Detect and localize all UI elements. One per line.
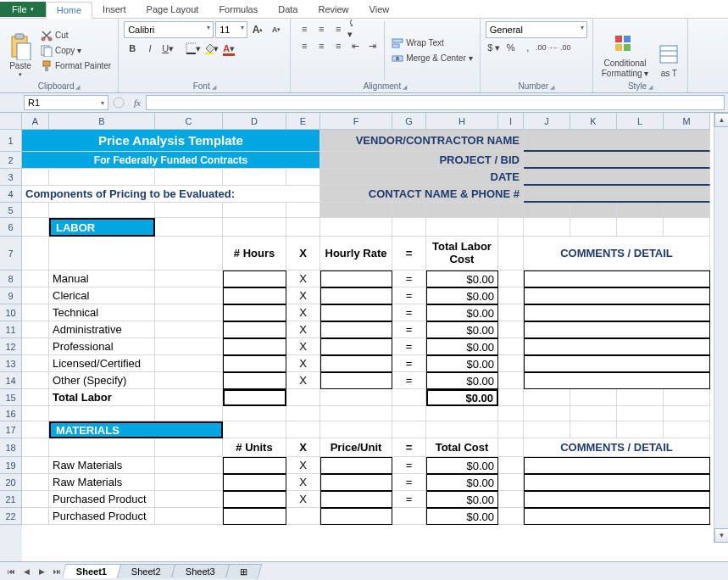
row-header-22[interactable]: 22: [0, 508, 22, 525]
cell-A4[interactable]: Components of Pricing to be Evaluated:: [22, 186, 320, 203]
cell-D11[interactable]: [223, 321, 286, 338]
tab-page-layout[interactable]: Page Layout: [136, 2, 209, 17]
cell-B7[interactable]: [49, 237, 155, 270]
paste-button[interactable]: Paste▾: [5, 21, 36, 80]
cell-A8[interactable]: [22, 270, 49, 287]
cell-C19[interactable]: [155, 457, 223, 474]
cell-D7[interactable]: # Hours: [223, 237, 286, 270]
cell-A9[interactable]: [22, 287, 49, 304]
cell-B11[interactable]: Administrative: [49, 321, 155, 338]
cell-H16[interactable]: [426, 406, 498, 421]
align-left-button[interactable]: ≡: [296, 38, 313, 53]
cell-B12[interactable]: Professional: [49, 338, 155, 355]
tab-formulas[interactable]: Formulas: [208, 2, 268, 17]
font-size-select[interactable]: [215, 21, 247, 38]
fill-color-button[interactable]: ▾: [203, 41, 220, 56]
cell-F10[interactable]: [320, 304, 392, 321]
cell-J7[interactable]: COMMENTS / DETAIL: [524, 237, 710, 270]
cell-I7[interactable]: [498, 237, 524, 270]
cell-J15[interactable]: [524, 389, 570, 406]
align-right-button[interactable]: ≡: [330, 38, 347, 53]
cut-button[interactable]: Cut: [39, 29, 113, 42]
sheet-tab-3[interactable]: Sheet3: [171, 564, 230, 578]
number-format-select[interactable]: [486, 21, 587, 38]
cell-B16[interactable]: [49, 406, 155, 421]
conditional-formatting-button[interactable]: ConditionalFormatting ▾: [598, 21, 653, 80]
cell-A2[interactable]: For Federally Funded Contracts: [22, 152, 320, 169]
cell-D19[interactable]: [223, 457, 286, 474]
cell-C15[interactable]: [155, 389, 223, 406]
cell-E6[interactable]: [286, 218, 320, 237]
cell-K6[interactable]: [570, 218, 617, 237]
cell-C21[interactable]: [155, 491, 223, 508]
cell-H7[interactable]: Total Labor Cost: [426, 237, 498, 270]
cell-B14[interactable]: Other (Specify): [49, 372, 155, 389]
col-header-F[interactable]: F: [320, 113, 392, 130]
cell-H15[interactable]: $0.00: [426, 389, 498, 406]
fx-icon[interactable]: fx: [134, 98, 141, 108]
merge-center-button[interactable]: aMerge & Center ▾: [390, 52, 475, 65]
cell-M16[interactable]: [664, 406, 710, 421]
cell-C14[interactable]: [155, 372, 223, 389]
cell-G7[interactable]: =: [392, 237, 426, 270]
row-header-6[interactable]: 6: [0, 218, 22, 237]
cell-A18[interactable]: [22, 438, 49, 457]
cell-A14[interactable]: [22, 372, 49, 389]
cell-G21[interactable]: =: [392, 491, 426, 508]
cell-C5[interactable]: [155, 203, 223, 218]
cell-C18[interactable]: [155, 438, 223, 457]
cell-J19[interactable]: [524, 457, 710, 474]
cell-J3[interactable]: [524, 169, 710, 186]
cell-F19[interactable]: [320, 457, 392, 474]
formula-bar[interactable]: [146, 95, 725, 110]
cell-C3[interactable]: [155, 169, 223, 186]
row-header-2[interactable]: 2: [0, 152, 22, 169]
cell-I14[interactable]: [498, 372, 524, 389]
cell-L15[interactable]: [617, 389, 664, 406]
cell-F3[interactable]: DATE: [320, 169, 524, 186]
cell-F1[interactable]: VENDOR/CONTRACTOR NAME: [320, 130, 524, 152]
cell-B8[interactable]: Manual: [49, 270, 155, 287]
cell-F6[interactable]: [320, 218, 392, 237]
wrap-text-button[interactable]: Wrap Text: [390, 36, 475, 50]
tab-data[interactable]: Data: [268, 2, 308, 17]
cell-K5[interactable]: [570, 203, 617, 218]
cell-B6[interactable]: LABOR: [49, 218, 155, 237]
cell-C6[interactable]: [155, 218, 223, 237]
cell-G19[interactable]: =: [392, 457, 426, 474]
row-header-4[interactable]: 4: [0, 186, 22, 203]
cell-F15[interactable]: [320, 389, 392, 406]
cell-D13[interactable]: [223, 355, 286, 372]
cell-G22[interactable]: [392, 508, 426, 525]
cell-E19[interactable]: X: [286, 457, 320, 474]
cell-E15[interactable]: [286, 389, 320, 406]
cell-J16[interactable]: [524, 406, 570, 421]
cell-E11[interactable]: X: [286, 321, 320, 338]
cell-F16[interactable]: [320, 406, 392, 421]
cell-I19[interactable]: [498, 457, 524, 474]
cell-K15[interactable]: [570, 389, 617, 406]
cell-F9[interactable]: [320, 287, 392, 304]
cell-I13[interactable]: [498, 355, 524, 372]
row-header-21[interactable]: 21: [0, 491, 22, 508]
align-top-button[interactable]: ≡: [296, 21, 313, 36]
cell-A3[interactable]: [22, 169, 49, 186]
cell-A1[interactable]: Price Analysis Template: [22, 130, 320, 152]
cell-B13[interactable]: Licensed/Certified: [49, 355, 155, 372]
cell-D8[interactable]: [223, 270, 286, 287]
cell-I22[interactable]: [498, 508, 524, 525]
cell-K16[interactable]: [570, 406, 617, 421]
cell-L5[interactable]: [617, 203, 664, 218]
cell-J14[interactable]: [524, 372, 710, 389]
cell-I6[interactable]: [498, 218, 524, 237]
cell-C22[interactable]: [155, 508, 223, 525]
comma-button[interactable]: ,: [520, 40, 536, 55]
align-bottom-button[interactable]: ≡: [330, 21, 347, 36]
cell-F14[interactable]: [320, 372, 392, 389]
shrink-font-button[interactable]: A▾: [268, 22, 285, 37]
cell-I12[interactable]: [498, 338, 524, 355]
cell-J5[interactable]: [524, 203, 570, 218]
cell-J13[interactable]: [524, 355, 710, 372]
tab-view[interactable]: View: [359, 2, 400, 17]
row-header-18[interactable]: 18: [0, 438, 22, 457]
